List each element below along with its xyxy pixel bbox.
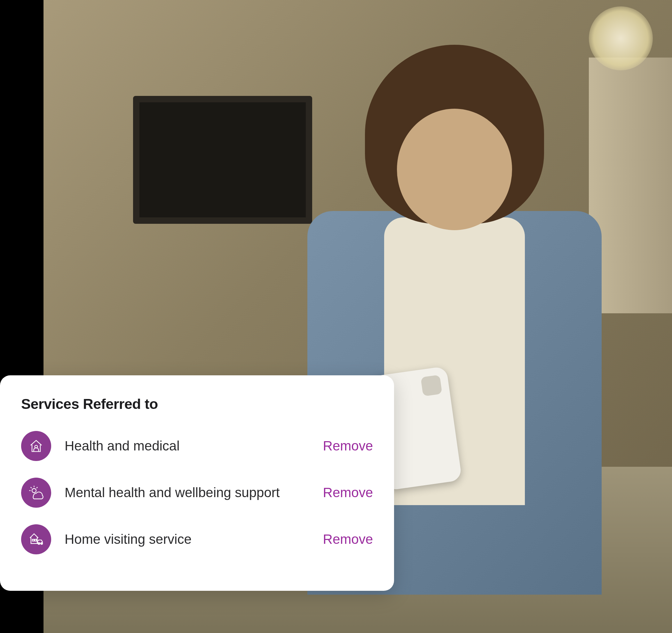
service-label: Health and medical bbox=[65, 437, 323, 455]
card-title: Services Referred to bbox=[21, 396, 373, 412]
services-card: Services Referred to Health and medical … bbox=[0, 375, 394, 591]
house-car-icon bbox=[21, 524, 51, 554]
svg-line-4 bbox=[31, 487, 32, 488]
service-label: Home visiting service bbox=[65, 531, 323, 548]
svg-point-1 bbox=[32, 488, 36, 493]
service-row-health: Health and medical Remove bbox=[21, 431, 373, 461]
sun-cloud-icon bbox=[21, 478, 51, 508]
house-person-icon bbox=[21, 431, 51, 461]
service-label: Mental health and wellbeing support bbox=[65, 484, 323, 501]
svg-rect-7 bbox=[35, 539, 37, 541]
svg-line-5 bbox=[37, 487, 38, 488]
remove-button[interactable]: Remove bbox=[323, 438, 373, 454]
remove-button[interactable]: Remove bbox=[323, 485, 373, 500]
svg-rect-6 bbox=[32, 539, 34, 541]
remove-button[interactable]: Remove bbox=[323, 532, 373, 547]
service-row-home-visiting: Home visiting service Remove bbox=[21, 524, 373, 554]
service-row-mental-health: Mental health and wellbeing support Remo… bbox=[21, 478, 373, 508]
